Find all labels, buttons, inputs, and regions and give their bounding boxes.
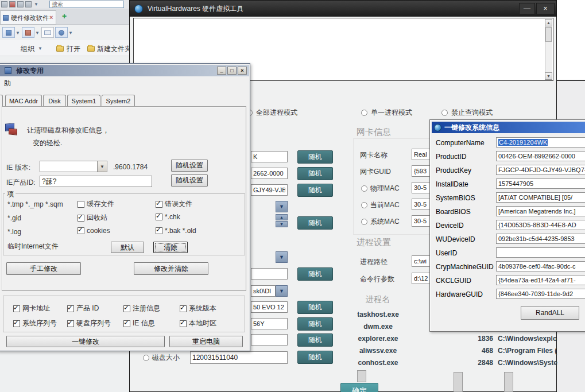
explorer-titlebar[interactable]: ▼ 搜索 (0, 0, 132, 9)
computername-fragment-input[interactable] (251, 151, 288, 162)
checkbox-error-files[interactable] (156, 201, 162, 208)
mail-icon[interactable] (41, 27, 54, 38)
productkey-fragment-input[interactable] (251, 184, 288, 196)
tab-partial[interactable] (0, 95, 3, 107)
layout-icon[interactable] (22, 27, 34, 38)
checkbox-row[interactable]: cookies (78, 227, 110, 235)
installdate-input[interactable] (496, 178, 585, 189)
scrollbar-thumb[interactable] (545, 27, 552, 42)
tab-hardware-tool[interactable]: 硬件修改软件 × (0, 10, 56, 25)
checkbox-row[interactable]: 系统序列号 (13, 319, 57, 328)
scrollbar[interactable]: ▲ ▼ (545, 19, 552, 80)
checkbox-recycle-bin[interactable] (78, 215, 84, 222)
left-field-input[interactable] (251, 268, 288, 280)
checkbox-row[interactable]: 错误文件 (156, 199, 192, 209)
checkbox-row[interactable]: *.chk (156, 213, 180, 221)
ie-version-combo[interactable]: ▼ (40, 161, 107, 172)
chevron-down-icon[interactable]: ▼ (38, 46, 42, 51)
process-row[interactable]: aliwssv.exe 468 C:\Program Files ( (354, 347, 557, 356)
ckclguid-input[interactable] (496, 275, 585, 285)
checkbox-row[interactable]: *.bak *.old (156, 227, 196, 235)
wudeviceid-input[interactable] (496, 234, 585, 244)
modify-and-clear-button[interactable]: 修改并清除 (134, 262, 208, 275)
combo-dropdown-icon[interactable]: ▼ (276, 251, 288, 263)
dialog-titlebar[interactable]: 修改专用 _ □ × (0, 65, 249, 76)
random-button[interactable]: 随机 (297, 301, 333, 314)
radio-current-mac[interactable] (361, 202, 367, 208)
checkbox-row[interactable]: 本地时区 (180, 319, 216, 328)
checkbox-row[interactable]: 回收站 (78, 213, 107, 223)
chevron-down-icon[interactable]: ▼ (16, 30, 20, 36)
view-icon[interactable] (2, 27, 15, 38)
random-set-button[interactable]: 随机设置 (171, 174, 208, 187)
disk-device-combo[interactable] (251, 285, 276, 297)
sysinfo-titlebar[interactable]: 一键修改系统信息 (432, 122, 585, 133)
close-icon[interactable]: × (49, 14, 53, 21)
radio-physical-mac[interactable] (361, 185, 367, 192)
radio-no-query-mode[interactable] (441, 110, 448, 116)
disk-serial-fragment-input[interactable] (251, 318, 288, 329)
checkbox-row[interactable]: IE 信息 (123, 319, 155, 328)
checkbox-chk-files[interactable] (156, 214, 162, 220)
productid-input[interactable] (496, 151, 585, 161)
productid-fragment-input[interactable] (251, 168, 288, 179)
minimize-button[interactable]: _ (217, 67, 226, 75)
menu-help[interactable]: 助 (4, 79, 11, 88)
checkbox-product-id[interactable] (67, 305, 74, 312)
random-button[interactable]: 随机 (297, 184, 333, 197)
systembios-input[interactable] (496, 192, 585, 203)
scroll-up-icon[interactable]: ▲ (545, 19, 552, 26)
random-button[interactable]: 随机 (297, 333, 333, 347)
toolbar-icon[interactable] (17, 1, 24, 7)
main-titlebar[interactable]: VirtualHardwares 硬件虚拟工具 — × (130, 1, 556, 17)
random-button[interactable]: 随机 (297, 351, 333, 364)
randall-button[interactable]: RandALL (521, 306, 579, 320)
radio-single-process-mode[interactable] (361, 110, 367, 116)
productkey-input[interactable] (496, 165, 585, 175)
chevron-down-icon[interactable]: ▼ (68, 30, 73, 36)
random-button[interactable]: 随机 (297, 167, 333, 180)
crypmachineguid-input[interactable] (496, 261, 585, 271)
deviceid-input[interactable] (496, 220, 585, 230)
random-set-button[interactable]: 随机设置 (171, 160, 208, 172)
userid-input[interactable] (496, 247, 585, 258)
spin-down-icon[interactable]: ▼ (276, 221, 288, 227)
radio-disk-size[interactable] (143, 355, 149, 361)
favorite-icon[interactable] (9, 1, 16, 7)
minimize-button[interactable]: — (519, 3, 535, 14)
combo-dropdown-icon[interactable]: ▼ (276, 201, 288, 212)
reboot-button[interactable]: 重启电脑 (169, 336, 243, 347)
checkbox-row[interactable]: 系统版本 (180, 304, 216, 313)
tab-mac-addr[interactable]: MAC Addr (5, 95, 42, 107)
scrollbar-fragment[interactable] (357, 370, 366, 382)
random-button[interactable]: 随机 (297, 216, 333, 230)
radio-system-mac[interactable] (361, 219, 367, 225)
scrollbar-fragment[interactable] (454, 372, 463, 392)
ok-button[interactable]: 确定 (340, 383, 378, 392)
checkbox-system-serial[interactable] (13, 320, 20, 327)
checkbox-ie-info[interactable] (123, 320, 130, 327)
clear-button[interactable]: 清除 (153, 242, 188, 253)
checkbox-nic-address[interactable] (13, 305, 20, 312)
onekey-modify-button[interactable]: 一键修改 (6, 336, 165, 347)
combo-dropdown-icon[interactable]: ▼ (97, 161, 107, 172)
process-row[interactable]: conhost.exe 2848 C:\Windows\Syste (354, 359, 557, 368)
checkbox-row[interactable]: 产品 ID (67, 304, 99, 313)
checkbox-bak-old-files[interactable] (156, 227, 162, 234)
left-field-input[interactable] (251, 334, 288, 346)
organize-button[interactable]: 组织 (21, 44, 34, 54)
default-button[interactable]: 默认 (111, 242, 144, 253)
checkbox-row[interactable]: 网卡地址 (13, 304, 50, 313)
checkbox-cookies[interactable] (78, 227, 84, 234)
spin-up-icon[interactable]: ▲ (276, 214, 288, 220)
tab-disk[interactable]: Disk (43, 95, 66, 107)
close-button[interactable]: × (536, 3, 555, 14)
ie-productid-input[interactable] (40, 176, 152, 187)
random-button[interactable]: 随机 (297, 267, 333, 281)
new-tab-button[interactable]: + (60, 11, 69, 21)
search-input[interactable]: 搜索 (49, 1, 124, 8)
computername-input[interactable]: C4-20191204WK (496, 137, 585, 148)
scroll-down-icon[interactable]: ▼ (545, 72, 552, 80)
checkbox-row[interactable]: 注册信息 (123, 304, 160, 313)
checkbox-registration-info[interactable] (123, 305, 130, 312)
